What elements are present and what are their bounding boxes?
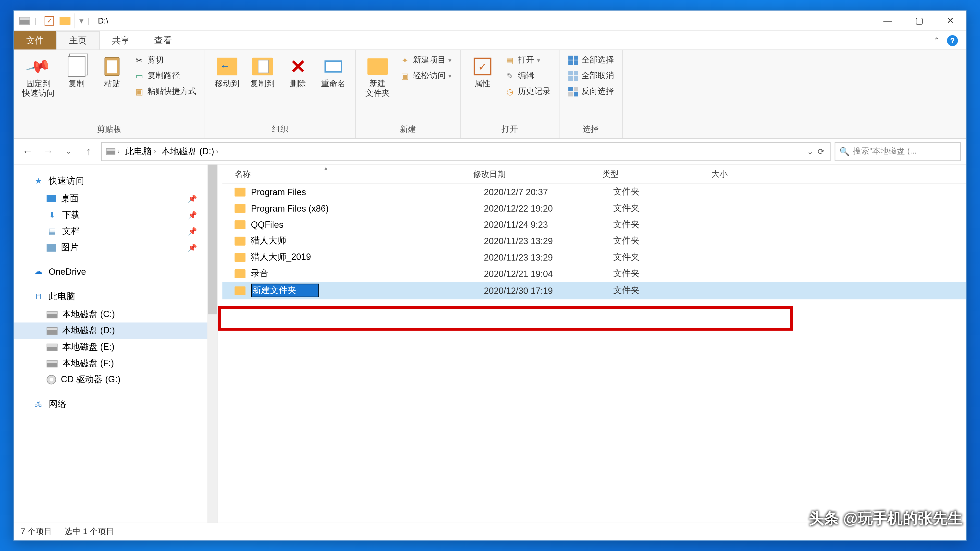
star-icon: ★	[33, 175, 44, 186]
nav-cd-drive[interactable]: CD 驱动器 (G:)	[14, 372, 218, 388]
breadcrumb-thispc[interactable]: 此电脑	[125, 145, 152, 157]
paste-button[interactable]: 粘贴	[95, 53, 128, 91]
ribbon: 📌 固定到 快速访问 复制 粘贴 ✂剪切 ▭复制路径 ▣粘贴快捷方式 剪贴板	[14, 50, 966, 139]
nav-drive-c[interactable]: 本地磁盘 (C:)	[14, 306, 218, 322]
cut-button[interactable]: ✂剪切	[131, 53, 199, 67]
minimize-button[interactable]: —	[872, 10, 904, 30]
title-bar: | ✓ ▾ | D:\ — ▢ ✕	[14, 11, 966, 31]
col-date[interactable]: 修改日期	[473, 169, 603, 180]
search-icon: 🔍	[839, 146, 850, 156]
address-dropdown[interactable]: ⌄	[807, 146, 814, 156]
new-item-button[interactable]: ✦新建项目▾	[397, 53, 455, 67]
nav-drive-f[interactable]: 本地磁盘 (F:)	[14, 355, 218, 372]
move-to-button[interactable]: 移动到	[211, 53, 243, 91]
edit-button[interactable]: ✎编辑	[501, 68, 553, 83]
select-none-button[interactable]: 全部取消	[565, 68, 617, 83]
file-date: 2020/12/7 20:37	[484, 187, 613, 197]
help-icon[interactable]: ?	[947, 35, 958, 46]
annotation-highlight	[218, 306, 793, 330]
file-name: 录音	[251, 267, 484, 279]
file-type: 文件夹	[613, 218, 722, 230]
file-date: 2020/11/23 13:29	[484, 252, 613, 262]
refresh-button[interactable]: ⟳	[818, 146, 824, 156]
close-button[interactable]: ✕	[935, 10, 966, 30]
nav-scrollbar[interactable]	[207, 165, 218, 522]
address-row: ← → ⌄ ↑ › 此电脑› 本地磁盘 (D:)› ⌄ ⟳ 🔍 搜索"本地磁盘 …	[14, 139, 966, 165]
easy-access-button[interactable]: ▣轻松访问▾	[397, 68, 455, 83]
network-icon: 🖧	[33, 399, 44, 410]
status-item-count: 7 个项目	[21, 526, 52, 538]
file-name: 猎人大师_2019	[251, 251, 484, 263]
maximize-button[interactable]: ▢	[903, 10, 935, 30]
nav-back-button[interactable]: ←	[19, 143, 36, 159]
select-invert-button[interactable]: 反向选择	[565, 84, 617, 98]
ribbon-group-open: ✓属性 ▤打开▾ ✎编辑 ◷历史记录 打开	[461, 50, 559, 138]
file-row[interactable]: 录音2020/12/21 19:04文件夹	[222, 265, 966, 282]
file-row[interactable]: Program Files (x86)2020/12/22 19:20文件夹	[222, 200, 966, 216]
properties-button[interactable]: ✓属性	[466, 53, 499, 91]
pin-to-quickaccess-button[interactable]: 📌 固定到 快速访问	[19, 53, 57, 101]
edit-icon: ✎	[504, 70, 515, 81]
copy-to-button[interactable]: 复制到	[246, 53, 279, 91]
nav-network[interactable]: 🖧网络	[14, 395, 218, 414]
nav-pictures[interactable]: 图片📌	[14, 240, 218, 256]
breadcrumb-drive[interactable]: 本地磁盘 (D:)	[161, 145, 214, 157]
properties-icon: ✓	[474, 57, 491, 75]
nav-forward-button[interactable]: →	[40, 143, 56, 159]
file-row[interactable]: 新建文件夹2020/12/30 17:19文件夹	[222, 282, 966, 299]
file-date: 2020/12/21 19:04	[484, 268, 613, 279]
nav-thispc[interactable]: 🖥此电脑	[14, 287, 218, 306]
file-row[interactable]: 猎人大师_20192020/11/23 13:29文件夹	[222, 249, 966, 265]
paste-shortcut-button[interactable]: ▣粘贴快捷方式	[131, 84, 199, 98]
folder-icon	[235, 220, 245, 229]
tab-view[interactable]: 查看	[142, 31, 184, 49]
file-row[interactable]: 猎人大师2020/11/23 13:29文件夹	[222, 233, 966, 249]
history-button[interactable]: ◷历史记录	[501, 84, 553, 98]
search-input[interactable]: 🔍 搜索"本地磁盘 (...	[835, 142, 961, 161]
file-row[interactable]: Program Files2020/12/7 20:37文件夹	[222, 184, 966, 200]
nav-quickaccess[interactable]: ★快速访问	[14, 171, 218, 191]
drive-icon	[46, 311, 57, 318]
pinned-icon: 📌	[188, 227, 197, 236]
file-date: 2020/11/24 9:23	[484, 219, 613, 230]
col-size[interactable]: 大小	[711, 169, 793, 180]
pin-icon: 📌	[25, 53, 52, 80]
qat-newfolder-icon[interactable]	[59, 16, 70, 24]
file-row[interactable]: QQFiles2020/11/24 9:23文件夹	[222, 216, 966, 233]
nav-desktop[interactable]: 桌面📌	[14, 191, 218, 207]
nav-documents[interactable]: ▤文档📌	[14, 223, 218, 240]
copy-path-button[interactable]: ▭复制路径	[131, 68, 199, 83]
delete-icon: ✕	[290, 56, 306, 78]
nav-onedrive[interactable]: ☁OneDrive	[14, 262, 218, 280]
nav-drive-d[interactable]: 本地磁盘 (D:)	[14, 322, 218, 339]
new-item-icon: ✦	[399, 55, 410, 65]
easy-access-icon: ▣	[399, 70, 410, 81]
select-all-button[interactable]: 全部选择	[565, 53, 617, 67]
nav-downloads[interactable]: ⬇下载📌	[14, 207, 218, 223]
nav-drive-e[interactable]: 本地磁盘 (E:)	[14, 339, 218, 355]
delete-button[interactable]: ✕删除	[282, 53, 314, 91]
file-list[interactable]: ▴ 名称 修改日期 类型 大小 Program Files2020/12/7 2…	[218, 165, 966, 522]
tab-home[interactable]: 主页	[56, 31, 100, 49]
copy-button[interactable]: 复制	[60, 53, 93, 91]
scissors-icon: ✂	[134, 55, 145, 65]
rename-button[interactable]: 重命名	[317, 53, 350, 91]
folder-icon	[235, 204, 245, 213]
address-bar[interactable]: › 此电脑› 本地磁盘 (D:)› ⌄ ⟳	[101, 142, 830, 161]
drive-icon	[46, 327, 57, 335]
nav-up-button[interactable]: ↑	[81, 143, 97, 159]
downloads-icon: ⬇	[46, 210, 57, 220]
new-folder-button[interactable]: 新建 文件夹	[361, 53, 394, 101]
col-name[interactable]: 名称	[235, 169, 473, 180]
rename-input[interactable]: 新建文件夹	[251, 284, 319, 297]
tab-file[interactable]: 文件	[14, 31, 56, 49]
body-area: ★快速访问 桌面📌 ⬇下载📌 ▤文档📌 图片📌 ☁OneDrive 🖥此电脑 本…	[14, 165, 966, 522]
navigation-pane[interactable]: ★快速访问 桌面📌 ⬇下载📌 ▤文档📌 图片📌 ☁OneDrive 🖥此电脑 本…	[14, 165, 218, 522]
collapse-ribbon-button[interactable]: ⌃	[934, 35, 940, 45]
nav-scroll-thumb[interactable]	[208, 165, 217, 314]
col-type[interactable]: 类型	[603, 169, 711, 180]
tab-share[interactable]: 共享	[100, 31, 142, 49]
nav-recent-button[interactable]: ⌄	[60, 143, 77, 159]
open-button[interactable]: ▤打开▾	[501, 53, 553, 67]
qat-properties-icon[interactable]: ✓	[45, 16, 54, 25]
